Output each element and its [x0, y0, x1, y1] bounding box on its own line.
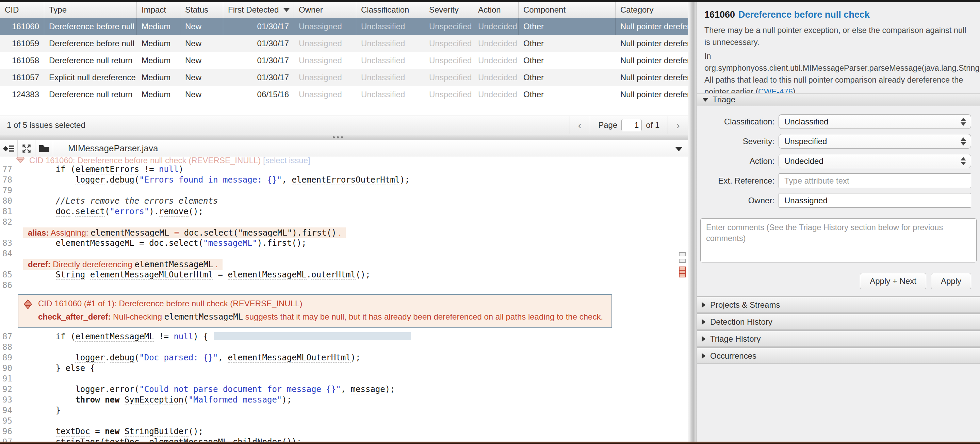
code-line: 94 } [0, 405, 688, 416]
field-label-classification-select: Classification: [697, 114, 775, 129]
defect-detail-text: In org.symphonyoss.client.util.MIMessage… [705, 50, 969, 98]
defect-description: There may be a null pointer exception, o… [705, 24, 969, 48]
line-number: 89 [0, 352, 14, 363]
cell-impact: Medium [137, 52, 180, 69]
collapsed-sections: Projects & StreamsDetection HistoryTriag… [697, 297, 980, 371]
column-header-category[interactable]: Category [616, 2, 688, 18]
classification-select[interactable]: Unclassified [778, 114, 971, 129]
scroll-marker-icon[interactable] [679, 259, 686, 263]
cell-first_detected: 01/30/17 [223, 35, 294, 52]
cell-status: New [180, 52, 223, 69]
apply-button[interactable]: Apply [931, 273, 971, 289]
cell-component: Other [519, 18, 616, 35]
defect-diamond-icon [16, 157, 24, 165]
code-line: 92 logger.error("Could not parse documen… [0, 384, 688, 395]
code-line: 96 textDoc = new StringBuilder(); [0, 426, 688, 437]
section-triage-history[interactable]: Triage History [697, 330, 980, 347]
defect-type-link[interactable]: Dereference before null check [738, 10, 870, 20]
next-page-button[interactable]: › [668, 116, 688, 134]
section-occurrences[interactable]: Occurrences [697, 347, 980, 364]
cell-category: Null pointer dereference [616, 52, 688, 69]
table-row[interactable]: 161058Dereference null returnMediumNew01… [0, 52, 688, 69]
code-line: 81 doc.select("errors").remove(); [0, 206, 688, 217]
column-header-component[interactable]: Component [519, 2, 616, 18]
line-number: 96 [0, 426, 14, 437]
chevron-left-icon: ‹ [578, 120, 582, 130]
cell-first_detected: 01/30/17 [223, 52, 294, 69]
section-projects-streams[interactable]: Projects & Streams [697, 297, 980, 313]
column-header-cid[interactable]: CID [0, 2, 44, 18]
action-select[interactable]: Undecided [778, 154, 971, 168]
fullscreen-button[interactable] [18, 140, 35, 157]
cell-cid: 161059 [0, 35, 44, 52]
show-events-button[interactable] [0, 140, 18, 157]
code-line: 89 logger.debug("Doc parsed: {}", elemen… [0, 352, 688, 363]
file-name: MIMessageParser.java [68, 143, 158, 154]
code-line: 86 [0, 280, 688, 291]
stepper-arrows-icon [961, 157, 966, 165]
table-row[interactable]: 161060Dereference before null checkMediu… [0, 18, 688, 35]
section-detection-history[interactable]: Detection History [697, 314, 980, 330]
ext-reference-input[interactable]: Type attribute text [778, 173, 971, 188]
owner-input[interactable]: Unassigned [778, 193, 971, 208]
line-number: 82 [0, 217, 14, 227]
code-line: 85 String elementMessageMLOuterHtml = el… [0, 270, 688, 280]
cell-classification: Unclassified [356, 35, 424, 52]
window-top-edge [0, 0, 980, 2]
code-line: 80 //Lets remove the errors elements [0, 196, 688, 206]
code-viewer[interactable]: CID 161060: Dereference before null chec… [0, 157, 688, 442]
file-browser-button[interactable] [35, 140, 53, 157]
line-number [0, 227, 14, 238]
triage-section-header[interactable]: Triage [697, 93, 980, 106]
line-number: 81 [0, 206, 14, 217]
page-of-label: of 1 [646, 121, 659, 130]
chevron-down-icon[interactable] [675, 147, 682, 151]
event-annotation: deref: Directly dereferencing elementMes… [23, 259, 223, 270]
cell-severity: Unspecified [424, 86, 473, 103]
table-row[interactable]: 124383Dereference null returnMediumNew06… [0, 86, 688, 103]
cell-category: Null pointer dereference [616, 35, 688, 52]
column-header-severity[interactable]: Severity [424, 2, 473, 18]
expand-icon [702, 336, 705, 342]
apply-next-button[interactable]: Apply + Next [860, 273, 926, 289]
line-number: 94 [0, 405, 14, 416]
cell-severity: Unspecified [424, 69, 473, 86]
code-line: 97 stripTags(textDoc, elementMessageML.c… [0, 437, 688, 442]
vertical-splitter[interactable] [688, 2, 697, 442]
page-controls: Page 1 of 1 [590, 116, 668, 134]
column-header-status[interactable]: Status [180, 2, 223, 18]
cell-component: Other [519, 52, 616, 69]
horizontal-splitter[interactable] [0, 134, 688, 140]
cell-impact: Medium [137, 18, 180, 35]
cell-status: New [180, 18, 223, 35]
line-number: 90 [0, 363, 14, 374]
cell-component: Other [519, 69, 616, 86]
sort-desc-icon [283, 8, 290, 12]
clipped-event-line: CID 161060: Dereference before null chec… [0, 157, 688, 164]
comments-textarea[interactable]: Enter comments (See the Triage History s… [700, 218, 977, 262]
column-header-type[interactable]: Type [44, 2, 137, 18]
cell-impact: Medium [137, 35, 180, 52]
severity-select[interactable]: Unspecified [778, 134, 971, 149]
cell-status: New [180, 86, 223, 103]
cell-type: Dereference null return [44, 52, 137, 69]
table-row[interactable]: 161059Dereference before null checkMediu… [0, 35, 688, 52]
column-header-classification[interactable]: Classification [356, 2, 424, 18]
cell-owner: Unassigned [294, 69, 356, 86]
defect-scroll-marker-icon[interactable] [679, 266, 686, 278]
column-header-owner[interactable]: Owner [294, 2, 356, 18]
column-header-first_detected[interactable]: First Detected [223, 2, 294, 18]
page-input[interactable]: 1 [621, 119, 642, 131]
scroll-marker-icon[interactable] [679, 252, 686, 256]
prev-page-button[interactable]: ‹ [570, 116, 590, 134]
cell-severity: Unspecified [424, 18, 473, 35]
column-header-impact[interactable]: Impact [137, 2, 180, 18]
cell-component: Other [519, 86, 616, 103]
cell-impact: Medium [137, 69, 180, 86]
table-row[interactable]: 161057Explicit null dereferenceMediumNew… [0, 69, 688, 86]
event-line: alias: Assigning: elementMessageML = doc… [0, 227, 688, 238]
code-lines: CID 161060: Dereference before null chec… [0, 157, 688, 442]
cell-cid: 124383 [0, 86, 44, 103]
code-line: 87 if (elementMessageML != null) { [0, 331, 688, 342]
column-header-action[interactable]: Action [473, 2, 519, 18]
